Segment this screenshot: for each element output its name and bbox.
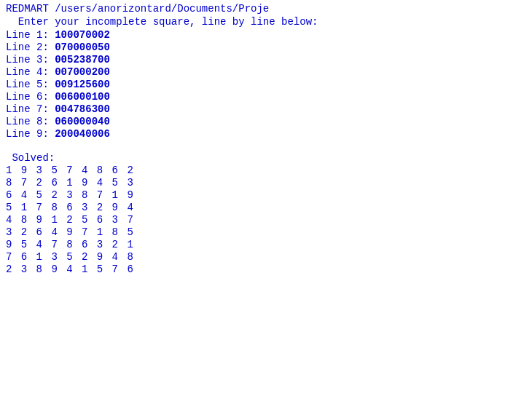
solution-row-4: 5 1 7 8 6 3 2 9 4 <box>6 202 526 213</box>
input-line-3: Line 3: 005238700 <box>6 54 526 66</box>
line-value-7: 004786300 <box>55 103 110 115</box>
prompt-line: Enter your incomplete square, line by li… <box>6 16 526 28</box>
solution-row-1: 1 9 3 5 7 4 8 6 2 <box>6 165 526 176</box>
line-value-6: 006000100 <box>55 91 110 103</box>
solved-header: Solved: <box>6 152 526 164</box>
input-line-4: Line 4: 007000200 <box>6 66 526 78</box>
input-line-1: Line 1: 100070002 <box>6 29 526 41</box>
line-value-5: 009125600 <box>55 79 110 90</box>
input-line-8: Line 8: 060000040 <box>6 116 526 127</box>
solution-row-5: 4 8 9 1 2 5 6 3 7 <box>6 214 526 226</box>
prompt-text: Enter your incomplete square, line by li… <box>18 16 318 28</box>
line-label-3: Line 3: <box>6 54 49 66</box>
solution-row-7: 9 5 4 7 8 6 3 2 1 <box>6 239 526 250</box>
line-value-2: 070000050 <box>55 41 110 53</box>
line-label-7: Line 7: <box>6 103 49 115</box>
solution-container: 1 9 3 5 7 4 8 6 28 7 2 6 1 9 4 5 36 4 5 … <box>6 165 526 275</box>
solution-row-9: 2 3 8 9 4 1 5 7 6 <box>6 264 526 275</box>
line-value-9: 200040006 <box>55 128 110 140</box>
solution-row-8: 7 6 1 3 5 2 9 4 8 <box>6 251 526 263</box>
input-line-2: Line 2: 070000050 <box>6 41 526 53</box>
solution-row-6: 3 2 6 4 9 7 1 8 5 <box>6 226 526 238</box>
solution-row-2: 8 7 2 6 1 9 4 5 3 <box>6 177 526 189</box>
line-value-4: 007000200 <box>55 66 110 78</box>
line-label-9: Line 9: <box>6 128 49 140</box>
input-line-6: Line 6: 006000100 <box>6 91 526 103</box>
line-value-1: 100070002 <box>55 29 110 41</box>
line-value-3: 005238700 <box>55 54 110 66</box>
line-value-8: 060000040 <box>55 116 110 127</box>
input-lines-container: Line 1: 100070002Line 2: 070000050Line 3… <box>6 29 526 140</box>
blank-line <box>6 140 526 152</box>
line-label-6: Line 6: <box>6 91 49 103</box>
terminal-window: REDMART /users/anorizontard/Documents/Pr… <box>0 0 532 412</box>
solution-row-3: 6 4 5 2 3 8 7 1 9 <box>6 189 526 201</box>
input-line-9: Line 9: 200040006 <box>6 128 526 140</box>
input-line-7: Line 7: 004786300 <box>6 103 526 115</box>
line-label-5: Line 5: <box>6 79 49 90</box>
line-label-8: Line 8: <box>6 116 49 127</box>
header-path: REDMART /users/anorizontard/Documents/Pr… <box>6 3 526 15</box>
line-label-1: Line 1: <box>6 29 49 41</box>
input-line-5: Line 5: 009125600 <box>6 79 526 90</box>
line-label-2: Line 2: <box>6 41 49 53</box>
line-label-4: Line 4: <box>6 66 49 78</box>
